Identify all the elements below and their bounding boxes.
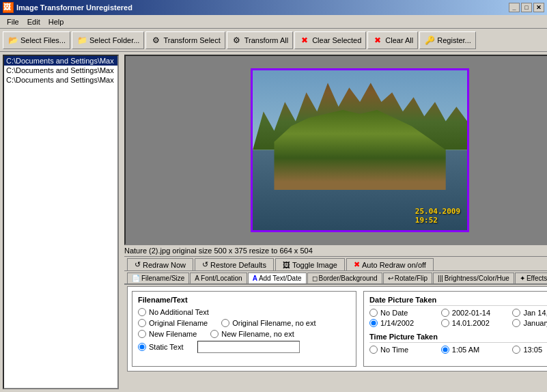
clear-selected-icon: ✖ <box>299 35 310 46</box>
app-icon: 🖼 <box>3 2 14 13</box>
auto-redraw-icon: ✖ <box>354 260 360 269</box>
main-container: C:\Documents and Settings\Max C:\Documen… <box>0 52 547 392</box>
no-date-radio[interactable] <box>369 309 378 317</box>
24h-time-radio[interactable] <box>512 346 520 354</box>
preview-area: 25.04.2009 19:52 Nature (2).jpg original… <box>122 52 547 392</box>
transform-all-button[interactable]: ⚙ Transform All <box>227 31 293 49</box>
clear-selected-button[interactable]: ✖ Clear Selected <box>294 31 366 49</box>
tab-filename-size[interactable]: 📄 Filename/Size <box>127 272 189 283</box>
no-time-label[interactable]: No Time <box>369 346 439 354</box>
select-folder-icon: 📁 <box>76 35 87 46</box>
iso-date-radio[interactable] <box>441 309 449 317</box>
slash-date-radio[interactable] <box>369 319 378 327</box>
preview-container: 25.04.2009 19:52 <box>124 55 547 245</box>
toggle-icon: 🖼 <box>283 261 290 269</box>
toggle-image-tab[interactable]: 🖼 Toggle Image <box>275 258 345 270</box>
mdy-short-date-radio[interactable] <box>512 309 520 317</box>
clear-all-icon: ✖ <box>372 35 383 46</box>
font-location-icon: A <box>195 275 199 282</box>
static-text-label[interactable]: Static Text <box>138 343 184 351</box>
preview-image: 25.04.2009 19:52 <box>251 68 469 232</box>
no-time-radio[interactable] <box>369 346 378 354</box>
filename-size-icon: 📄 <box>132 275 140 282</box>
window-controls: _ □ ✕ <box>509 3 544 12</box>
date-section-title: Date Picture Taken <box>369 296 547 306</box>
tab-effects[interactable]: ✦ Effects <box>515 272 547 283</box>
no-additional-text-radio[interactable] <box>138 308 146 316</box>
clear-all-button[interactable]: ✖ Clear All <box>367 31 418 49</box>
menu-file[interactable]: File <box>3 16 23 27</box>
redraw-icon: ↺ <box>135 260 141 269</box>
static-text-input[interactable] <box>197 341 300 353</box>
menu-help[interactable]: Help <box>44 16 68 27</box>
auto-redraw-tab[interactable]: ✖ Auto Redraw on/off <box>346 258 434 270</box>
effects-icon: ✦ <box>520 275 525 282</box>
register-button[interactable]: 🔑 Register... <box>419 31 476 49</box>
new-filename-noext-radio[interactable] <box>210 330 219 338</box>
toolbar: 📂 Select Files... 📁 Select Folder... ⚙ T… <box>0 29 547 52</box>
app-title: Image Transformer Unregistered <box>16 3 509 12</box>
transform-all-icon: ⚙ <box>232 35 242 46</box>
new-filename-label[interactable]: New Filename <box>138 330 197 338</box>
time-section-title: Time Picture Taken <box>369 333 547 343</box>
file-item[interactable]: C:\Documents and Settings\Max <box>4 75 117 85</box>
dot-date-label[interactable]: 14.01.2002 <box>441 319 511 327</box>
add-text-icon: A <box>253 275 257 282</box>
filename-section-title: Filename/Text <box>138 296 350 304</box>
ampm-time-label[interactable]: 1:05 AM <box>441 346 511 354</box>
menu-bar: File Edit Help <box>0 15 547 29</box>
new-filename-noext-label[interactable]: New Filename, no ext <box>210 330 294 338</box>
mdy-long-date-radio[interactable] <box>512 319 520 327</box>
timestamp: 25.04.2009 19:52 <box>415 207 460 225</box>
original-filename-noext-label[interactable]: Original Filename, no ext <box>221 319 315 327</box>
tab-font-location[interactable]: A Font/Location <box>190 272 247 283</box>
file-item[interactable]: C:\Documents and Settings\Max <box>4 66 117 75</box>
file-item[interactable]: C:\Documents and Settings\Max <box>4 56 117 66</box>
menu-edit[interactable]: Edit <box>23 16 44 27</box>
maximize-button[interactable]: □ <box>521 3 532 12</box>
content-panel: Filename/Text No Additional Text Origin <box>127 286 547 372</box>
redraw-now-tab[interactable]: ↺ Redraw Now <box>127 258 193 270</box>
date-options-grid: No Date 2002-01-14 Jan 14, 2002 1/1 <box>369 309 547 327</box>
border-icon: ◻ <box>312 275 318 282</box>
time-options-grid: No Time 1:05 AM 13:05 <box>369 346 547 354</box>
mdy-long-date-label[interactable]: January 14, 2002 <box>512 319 547 327</box>
action-tabs: ↺ Redraw Now ↺ Restore Defaults 🖼 Toggle… <box>124 257 547 271</box>
dot-date-radio[interactable] <box>441 319 449 327</box>
transform-select-icon: ⚙ <box>150 35 161 46</box>
radio-row-4: Static Text <box>138 341 350 353</box>
static-text-radio[interactable] <box>138 343 146 351</box>
no-additional-text-label[interactable]: No Additional Text <box>138 308 209 316</box>
ampm-time-radio[interactable] <box>441 346 449 354</box>
no-date-label[interactable]: No Date <box>369 309 439 317</box>
transform-select-button[interactable]: ⚙ Transform Select <box>145 31 225 49</box>
file-list[interactable]: C:\Documents and Settings\Max C:\Documen… <box>3 55 119 389</box>
mdy-short-date-label[interactable]: Jan 14, 2002 <box>512 309 547 317</box>
new-filename-radio[interactable] <box>138 330 146 338</box>
iso-date-label[interactable]: 2002-01-14 <box>441 309 511 317</box>
24h-time-label[interactable]: 13:05 <box>512 346 547 354</box>
tab-add-text-date[interactable]: A Add Text/Date <box>248 272 307 284</box>
edit-tabs: 📄 Filename/Size A Font/Location A Add Te… <box>124 271 547 285</box>
select-files-button[interactable]: 📂 Select Files... <box>3 31 70 49</box>
image-info: Nature (2).jpg original size 500 x 375 r… <box>124 245 547 256</box>
select-folder-button[interactable]: 📁 Select Folder... <box>72 31 144 49</box>
restore-icon: ↺ <box>202 260 208 269</box>
filename-options: No Additional Text Original Filename Ori… <box>138 308 350 353</box>
rotate-icon: ↩ <box>388 275 393 282</box>
original-filename-radio[interactable] <box>138 319 146 327</box>
date-time-section: Date Picture Taken No Date 2002-01-14 <box>363 291 547 367</box>
minimize-button[interactable]: _ <box>509 3 520 12</box>
tab-rotate-flip[interactable]: ↩ Rotate/Flip <box>383 272 432 283</box>
radio-row-2: Original Filename Original Filename, no … <box>138 319 350 327</box>
brightness-icon: ||| <box>438 275 443 282</box>
bottom-section: ↺ Redraw Now ↺ Restore Defaults 🖼 Toggle… <box>124 256 547 389</box>
original-filename-label[interactable]: Original Filename <box>138 319 208 327</box>
slash-date-label[interactable]: 1/14/2002 <box>369 319 439 327</box>
close-button[interactable]: ✕ <box>533 3 544 12</box>
filename-text-section: Filename/Text No Additional Text Origin <box>132 291 356 367</box>
original-filename-noext-radio[interactable] <box>221 319 229 327</box>
restore-defaults-tab[interactable]: ↺ Restore Defaults <box>195 258 274 270</box>
tab-border-background[interactable]: ◻ Border/Background <box>307 272 382 283</box>
tab-brightness[interactable]: ||| Brightness/Color/Hue <box>433 272 514 283</box>
